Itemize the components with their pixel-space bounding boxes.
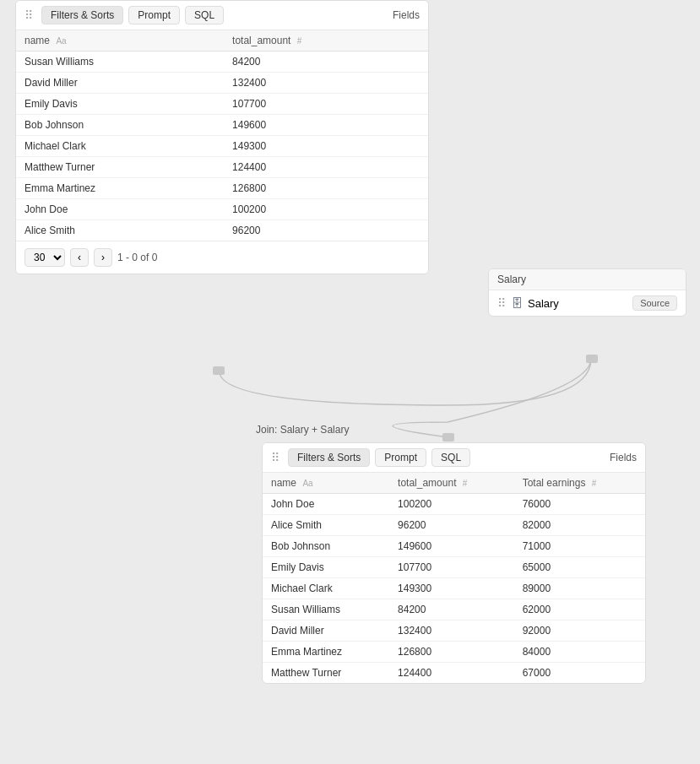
cell-total-amount: 84200 xyxy=(224,51,428,73)
source-node-header: Salary xyxy=(489,269,686,290)
cell-name: Michael Clark xyxy=(16,136,224,157)
cell-total-amount: 149600 xyxy=(224,115,428,136)
cell-total-amount: 107700 xyxy=(224,94,428,115)
cell-total-earnings: 89000 xyxy=(514,578,645,599)
cell-name: Emma Martinez xyxy=(16,178,224,199)
table-row: Alice Smith9620082000 xyxy=(263,515,645,536)
cell-name: Michael Clark xyxy=(263,578,389,599)
table-row: Emily Davis10770065000 xyxy=(263,557,645,578)
cell-total-earnings: 82000 xyxy=(514,515,645,536)
top-next-page-button[interactable]: › xyxy=(94,248,112,267)
cell-total-amount: 149300 xyxy=(389,578,514,599)
cell-total-earnings: 92000 xyxy=(514,620,645,642)
svg-rect-0 xyxy=(213,366,225,375)
source-badge-button[interactable]: Source xyxy=(632,295,677,311)
cell-name: Matthew Turner xyxy=(263,663,389,684)
cell-total-earnings: 71000 xyxy=(514,536,645,557)
source-node-drag-handle[interactable]: ⠿ xyxy=(497,296,506,310)
bottom-table-header-row: name Aa total_amount # Total earnings # xyxy=(263,473,645,494)
source-node-body: ⠿ 🗄 Salary Source xyxy=(489,290,686,316)
top-col-total-amount: total_amount # xyxy=(224,30,428,51)
svg-rect-2 xyxy=(442,433,454,442)
cell-total-amount: 124400 xyxy=(389,663,514,684)
bottom-prompt-tab[interactable]: Prompt xyxy=(375,448,426,467)
cell-name: Emily Davis xyxy=(16,94,224,115)
top-page-info: 1 - 0 of 0 xyxy=(117,252,157,263)
bottom-col-total-earnings: Total earnings # xyxy=(514,473,645,494)
cell-total-amount: 84200 xyxy=(389,599,514,620)
database-icon: 🗄 xyxy=(511,296,523,310)
top-table-header-row: name Aa total_amount # xyxy=(16,30,428,51)
cell-total-amount: 100200 xyxy=(389,494,514,515)
table-row: John Doe10020076000 xyxy=(263,494,645,515)
bottom-fields-button[interactable]: Fields xyxy=(610,452,637,463)
table-row: Susan Williams84200 xyxy=(16,51,428,73)
table-row: Bob Johnson14960071000 xyxy=(263,536,645,557)
bottom-filters-sorts-tab[interactable]: Filters & Sorts xyxy=(288,448,370,467)
table-row: David Miller132400 xyxy=(16,73,428,94)
cell-name: David Miller xyxy=(263,620,389,642)
cell-name: Susan Williams xyxy=(263,599,389,620)
cell-total-amount: 132400 xyxy=(389,620,514,642)
join-label: Join: Salary + Salary xyxy=(256,424,349,436)
table-row: Michael Clark149300 xyxy=(16,136,428,157)
top-col-name: name Aa xyxy=(16,30,224,51)
bottom-panel-toolbar: ⠿ Filters & Sorts Prompt SQL Fields xyxy=(263,443,645,473)
top-page-size-select[interactable]: 30 xyxy=(24,248,65,267)
cell-total-earnings: 62000 xyxy=(514,599,645,620)
table-row: Emma Martinez12680084000 xyxy=(263,642,645,663)
table-row: Alice Smith96200 xyxy=(16,220,428,241)
cell-total-amount: 100200 xyxy=(224,199,428,220)
table-row: Michael Clark14930089000 xyxy=(263,578,645,599)
top-fields-button[interactable]: Fields xyxy=(393,9,420,21)
table-row: Matthew Turner124400 xyxy=(16,157,428,178)
bottom-data-table: name Aa total_amount # Total earnings # … xyxy=(263,473,645,683)
table-row: Emily Davis107700 xyxy=(16,94,428,115)
cell-name: John Doe xyxy=(16,199,224,220)
table-row: Emma Martinez126800 xyxy=(16,178,428,199)
cell-name: David Miller xyxy=(16,73,224,94)
top-panel: ⠿ Filters & Sorts Prompt SQL Fields name… xyxy=(15,0,429,274)
cell-name: Emma Martinez xyxy=(263,642,389,663)
cell-total-amount: 96200 xyxy=(389,515,514,536)
cell-name: Alice Smith xyxy=(16,220,224,241)
cell-total-earnings: 67000 xyxy=(514,663,645,684)
table-row: David Miller13240092000 xyxy=(263,620,645,642)
cell-total-amount: 132400 xyxy=(224,73,428,94)
top-table-body: Susan Williams84200David Miller132400Emi… xyxy=(16,51,428,241)
top-prompt-tab[interactable]: Prompt xyxy=(128,6,180,24)
top-panel-drag-handle[interactable]: ⠿ xyxy=(24,8,33,22)
cell-name: Bob Johnson xyxy=(16,115,224,136)
cell-total-amount: 149600 xyxy=(389,536,514,557)
top-filters-sorts-tab[interactable]: Filters & Sorts xyxy=(41,6,123,24)
top-pagination-bar: 30 ‹ › 1 - 0 of 0 xyxy=(16,241,428,274)
svg-rect-1 xyxy=(586,355,598,363)
cell-total-amount: 96200 xyxy=(224,220,428,241)
top-panel-toolbar: ⠿ Filters & Sorts Prompt SQL Fields xyxy=(16,1,428,30)
source-node-label: Salary xyxy=(528,297,559,310)
source-node: Salary ⠿ 🗄 Salary Source xyxy=(488,268,686,317)
bottom-col-total-amount: total_amount # xyxy=(389,473,514,494)
bottom-table-body: John Doe10020076000Alice Smith9620082000… xyxy=(263,494,645,684)
bottom-panel: ⠿ Filters & Sorts Prompt SQL Fields name… xyxy=(262,442,646,684)
cell-name: John Doe xyxy=(263,494,389,515)
canvas: ⠿ Filters & Sorts Prompt SQL Fields name… xyxy=(0,0,700,764)
cell-name: Susan Williams xyxy=(16,51,224,73)
bottom-sql-tab[interactable]: SQL xyxy=(431,448,470,467)
cell-name: Emily Davis xyxy=(263,557,389,578)
top-data-table: name Aa total_amount # Susan Williams842… xyxy=(16,30,428,241)
table-row: John Doe100200 xyxy=(16,199,428,220)
top-sql-tab[interactable]: SQL xyxy=(185,6,224,24)
table-row: Matthew Turner12440067000 xyxy=(263,663,645,684)
cell-total-amount: 107700 xyxy=(389,557,514,578)
bottom-panel-drag-handle[interactable]: ⠿ xyxy=(271,451,279,464)
cell-total-amount: 126800 xyxy=(224,178,428,199)
cell-total-amount: 126800 xyxy=(389,642,514,663)
cell-total-amount: 124400 xyxy=(224,157,428,178)
cell-total-earnings: 65000 xyxy=(514,557,645,578)
cell-total-earnings: 84000 xyxy=(514,642,645,663)
cell-name: Bob Johnson xyxy=(263,536,389,557)
cell-name: Alice Smith xyxy=(263,515,389,536)
cell-total-amount: 149300 xyxy=(224,136,428,157)
top-prev-page-button[interactable]: ‹ xyxy=(70,248,89,267)
